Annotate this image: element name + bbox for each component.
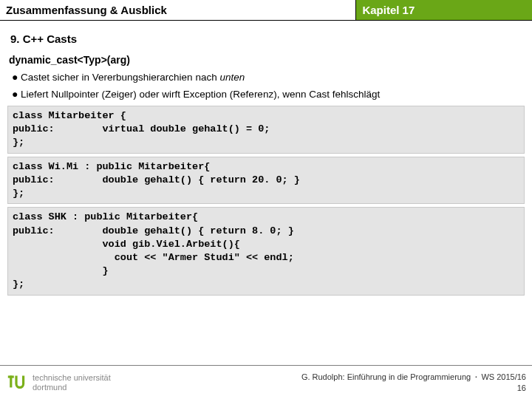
svg-rect-2 (10, 375, 12, 387)
bullet-text: Liefert Nullpointer (Zeiger) oder wirft … (21, 89, 380, 100)
chapter-badge: Kapitel 17 (356, 0, 532, 20)
uni-logo: technische universität dortmund (4, 371, 111, 395)
term-label: WS 2015/16 (481, 372, 526, 381)
slide-body: 9. C++ Casts dynamic_cast<Typ>(arg) ● Ca… (0, 21, 532, 296)
page-number: 16 (301, 383, 526, 393)
code-block: class Wi.Mi : public Mitarbeiter{ public… (7, 157, 525, 205)
separator-dot-icon: ▪ (475, 375, 477, 379)
breadcrumb-title: Zusammenfassung & Ausblick (0, 0, 356, 20)
bullet-list: ● Castet sicher in Vererbungshierarchien… (12, 72, 525, 100)
uni-name: technische universität dortmund (33, 373, 111, 391)
code-block: class SHK : public Mitarbeiter{ public: … (7, 207, 525, 295)
bullet-dot-icon: ● (12, 72, 21, 82)
footer-right: G. Rudolph: Einführung in die Programmie… (301, 372, 526, 393)
tu-logo-icon (4, 371, 28, 395)
author-course: G. Rudolph: Einführung in die Programmie… (301, 372, 471, 381)
slide-header: Zusammenfassung & Ausblick Kapitel 17 (0, 0, 532, 21)
bullet-em: unten (219, 72, 245, 83)
bullet-text: Castet sicher in Vererbungshierarchien n… (21, 72, 219, 83)
uni-name-line2: dortmund (33, 383, 111, 392)
list-item: ● Liefert Nullpointer (Zeiger) oder wirf… (12, 89, 525, 100)
section-heading: 9. C++ Casts (10, 33, 525, 45)
list-item: ● Castet sicher in Vererbungshierarchien… (12, 72, 525, 83)
uni-name-line1: technische universität (33, 373, 111, 382)
code-block: class Mitarbeiter { public: virtual doub… (7, 106, 525, 154)
bullet-dot-icon: ● (12, 89, 21, 99)
slide-footer: technische universität dortmund G. Rudol… (0, 365, 532, 399)
cast-signature: dynamic_cast<Typ>(arg) (9, 54, 525, 66)
